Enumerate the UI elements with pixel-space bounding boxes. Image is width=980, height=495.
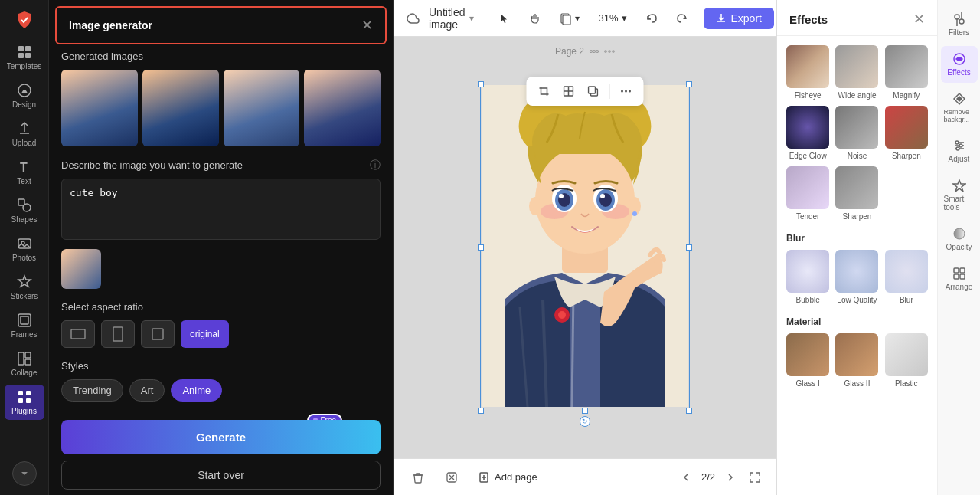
handle-mr[interactable] bbox=[686, 244, 692, 251]
duplicate-button[interactable] bbox=[582, 80, 605, 103]
trash-button[interactable] bbox=[406, 465, 430, 490]
undo-button[interactable] bbox=[639, 6, 664, 31]
collapse-nav-button[interactable] bbox=[12, 461, 37, 486]
sidebar-item-shapes[interactable]: Shapes bbox=[5, 193, 44, 228]
effects-close-button[interactable]: ✕ bbox=[913, 11, 925, 28]
more-options-button[interactable] bbox=[615, 80, 638, 103]
svg-point-28 bbox=[590, 51, 593, 53]
handle-tr[interactable] bbox=[686, 81, 692, 87]
left-nav: Templates Design Upload T Text Shapes Ph… bbox=[0, 0, 49, 495]
effect-plastic[interactable]: Plastic bbox=[885, 333, 928, 388]
panel-close-button[interactable]: ✕ bbox=[361, 17, 373, 34]
sidebar-item-templates[interactable]: Templates bbox=[5, 40, 44, 75]
hand-tool-button[interactable] bbox=[523, 6, 547, 31]
app-logo[interactable] bbox=[5, 6, 44, 34]
right-nav-opacity[interactable]: Opacity bbox=[941, 221, 978, 257]
generated-image-1[interactable] bbox=[61, 70, 138, 146]
aspect-landscape-button[interactable] bbox=[61, 320, 95, 348]
sidebar-item-design[interactable]: Design bbox=[5, 78, 44, 113]
sidebar-item-plugins[interactable]: Plugins bbox=[5, 385, 44, 420]
crop-button[interactable] bbox=[533, 80, 556, 103]
svg-rect-21 bbox=[152, 329, 163, 339]
right-nav-remove-bg[interactable]: Remove backgr... bbox=[941, 86, 978, 129]
effect-glass1[interactable]: Glass I bbox=[786, 333, 829, 388]
layout-button[interactable] bbox=[557, 80, 580, 103]
svg-point-45 bbox=[558, 311, 566, 319]
generated-image-3[interactable] bbox=[224, 70, 300, 146]
handle-br[interactable] bbox=[686, 408, 692, 414]
aspect-portrait-button[interactable] bbox=[101, 320, 135, 348]
reference-image-row bbox=[61, 249, 381, 289]
start-over-button[interactable]: Start over bbox=[61, 461, 381, 490]
fullscreen-button[interactable] bbox=[746, 468, 764, 487]
svg-rect-78 bbox=[960, 268, 965, 273]
svg-point-73 bbox=[956, 141, 959, 144]
reference-image-thumb[interactable] bbox=[61, 249, 101, 289]
aspect-ratio-section: Select aspect ratio original bbox=[61, 301, 381, 348]
effect-glass2[interactable]: Glass II bbox=[835, 333, 878, 388]
page-more-icon[interactable] bbox=[604, 46, 615, 57]
prev-page-button[interactable] bbox=[677, 468, 695, 487]
sidebar-item-frames[interactable]: Frames bbox=[5, 308, 44, 343]
save-to-cloud-icon[interactable] bbox=[406, 6, 420, 31]
effect-sharpen2[interactable]: Sharpen bbox=[835, 166, 878, 221]
handle-tl[interactable] bbox=[478, 81, 484, 87]
svg-rect-19 bbox=[71, 329, 85, 339]
effect-wide-angle[interactable]: Wide angle bbox=[835, 45, 878, 100]
sidebar-item-photos[interactable]: Photos bbox=[5, 231, 44, 267]
zoom-control[interactable]: 31% ▾ bbox=[592, 9, 632, 27]
handle-ml[interactable] bbox=[478, 244, 484, 251]
generated-image-2[interactable] bbox=[142, 70, 219, 146]
toolbar-divider bbox=[609, 84, 610, 99]
effect-edge-glow[interactable]: Edge Glow bbox=[786, 106, 829, 160]
add-page-button[interactable]: Add page bbox=[473, 468, 544, 486]
effect-magnify[interactable]: Magnify bbox=[885, 45, 928, 100]
export-button[interactable]: Export bbox=[704, 8, 774, 29]
handle-bl[interactable] bbox=[478, 408, 484, 414]
svg-rect-77 bbox=[954, 268, 959, 273]
canvas-topbar: Untitled image ▾ ▾ 31% ▾ bbox=[394, 0, 776, 37]
rotate-handle[interactable]: ↻ bbox=[580, 416, 590, 427]
style-anime-button[interactable]: Anime bbox=[171, 379, 222, 402]
style-art-button[interactable]: Art bbox=[129, 379, 165, 402]
sidebar-item-collage[interactable]: Collage bbox=[5, 346, 44, 382]
right-nav-adjust[interactable]: Adjust bbox=[941, 133, 978, 169]
sidebar-item-upload[interactable]: Upload bbox=[5, 116, 44, 152]
right-nav-arrange[interactable]: Arrange bbox=[941, 261, 978, 297]
describe-textarea[interactable]: cute boy bbox=[61, 179, 381, 240]
sidebar-item-stickers[interactable]: Stickers bbox=[5, 270, 44, 305]
right-nav-smart-tools[interactable]: Smart tools bbox=[941, 172, 978, 218]
select-tool-button[interactable] bbox=[492, 6, 517, 31]
sidebar-item-text[interactable]: T Text bbox=[5, 155, 44, 190]
effect-tender[interactable]: Tender bbox=[786, 166, 829, 221]
document-title[interactable]: Untitled image ▾ bbox=[429, 6, 474, 31]
generated-image-4[interactable] bbox=[304, 70, 381, 146]
right-nav-effects[interactable]: Effects bbox=[941, 46, 978, 83]
style-trending-button[interactable]: Trending bbox=[61, 379, 123, 402]
svg-point-38 bbox=[621, 90, 623, 93]
aspect-square-button[interactable] bbox=[141, 320, 175, 348]
handle-bm[interactable] bbox=[582, 408, 588, 414]
effect-noise[interactable]: Noise bbox=[835, 106, 878, 160]
svg-rect-37 bbox=[589, 87, 596, 93]
redo-button[interactable] bbox=[670, 6, 694, 31]
effect-sharpen[interactable]: Sharpen bbox=[885, 106, 928, 160]
right-nav-filters[interactable]: Filters bbox=[941, 6, 978, 43]
effect-blur[interactable]: Blur bbox=[885, 250, 928, 304]
effect-fisheye[interactable]: Fisheye bbox=[786, 45, 829, 100]
effects-panel: Effects ✕ Fisheye Wide angle Magnify Edg… bbox=[776, 0, 937, 495]
generate-button[interactable]: Generate bbox=[61, 420, 381, 454]
title-chevron-icon: ▾ bbox=[469, 13, 474, 24]
next-page-button[interactable] bbox=[721, 468, 740, 487]
pages-button[interactable]: ▾ bbox=[554, 6, 586, 31]
aspect-original-button[interactable]: original bbox=[181, 320, 229, 348]
styles-row: Trending Art Anime bbox=[61, 379, 381, 402]
delete-button[interactable] bbox=[439, 465, 464, 490]
canvas-frame[interactable]: ↻ bbox=[482, 85, 688, 410]
panel-header: Image generator ✕ bbox=[55, 6, 387, 44]
effect-bubble[interactable]: Bubble bbox=[786, 250, 829, 304]
info-icon[interactable]: ⓘ bbox=[370, 159, 381, 172]
svg-point-76 bbox=[954, 228, 965, 239]
svg-point-65 bbox=[955, 15, 959, 19]
effect-low-quality[interactable]: Low Quality bbox=[835, 250, 878, 304]
